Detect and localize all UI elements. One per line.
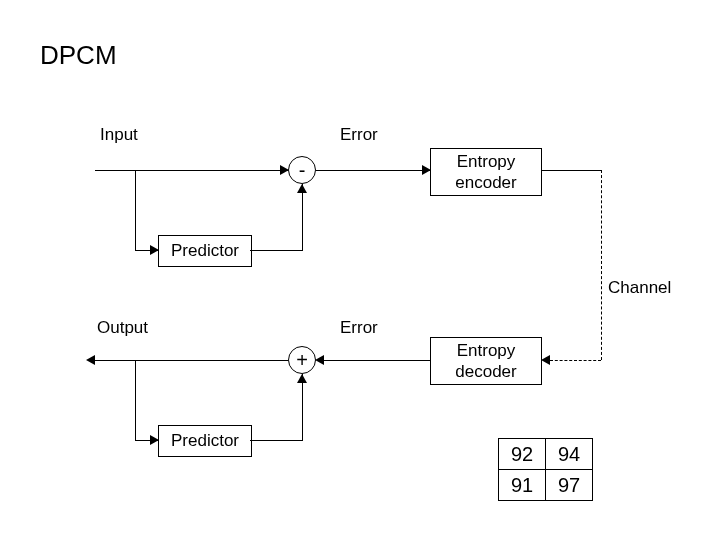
entropy-encoder-box: Entropy encoder: [430, 148, 542, 196]
line: [135, 360, 136, 440]
line: [302, 184, 303, 251]
table-cell: 91: [499, 470, 546, 501]
arrow-icon: [150, 245, 159, 255]
table-cell: 97: [546, 470, 593, 501]
decoder-error-label: Error: [340, 318, 378, 338]
arrow-icon: [315, 355, 324, 365]
line: [250, 440, 302, 441]
line: [250, 250, 302, 251]
encoder-input-label: Input: [100, 125, 138, 145]
line: [302, 374, 303, 441]
line: [324, 360, 430, 361]
page-title: DPCM: [40, 40, 117, 71]
arrow-icon: [86, 355, 95, 365]
arrow-icon: [297, 184, 307, 193]
decoder-adder: +: [288, 346, 316, 374]
line: [95, 170, 288, 171]
arrow-icon: [422, 165, 431, 175]
table-cell: 92: [499, 439, 546, 470]
encoder-error-label: Error: [340, 125, 378, 145]
decoder-output-label: Output: [97, 318, 148, 338]
sample-data-table: 92 94 91 97: [498, 438, 593, 501]
arrow-icon: [297, 374, 307, 383]
channel-label: Channel: [608, 278, 671, 298]
dashed-line: [550, 360, 601, 361]
arrow-icon: [280, 165, 289, 175]
decoder-predictor-box: Predictor: [158, 425, 252, 457]
entropy-decoder-box: Entropy decoder: [430, 337, 542, 385]
arrow-icon: [541, 355, 550, 365]
encoder-subtractor: -: [288, 156, 316, 184]
line: [542, 170, 602, 171]
table-cell: 94: [546, 439, 593, 470]
dashed-line: [601, 170, 602, 360]
arrow-icon: [150, 435, 159, 445]
encoder-predictor-box: Predictor: [158, 235, 252, 267]
line: [135, 170, 136, 250]
diagram-canvas: DPCM Input Error - Entropy encoder Predi…: [0, 0, 720, 540]
line: [316, 170, 430, 171]
line: [95, 360, 288, 361]
